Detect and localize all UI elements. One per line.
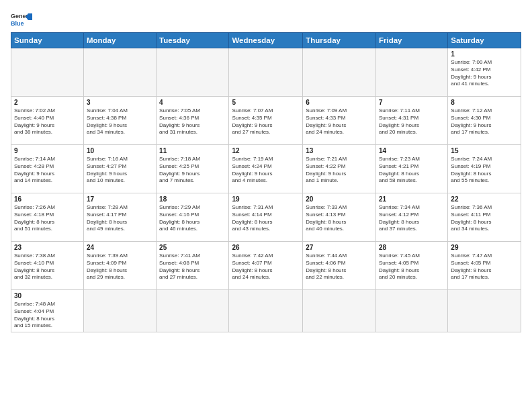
calendar-header-saturday: Saturday	[448, 33, 521, 48]
day-number: 7	[379, 99, 445, 106]
calendar-cell: 13Sunrise: 7:21 AM Sunset: 4:22 PM Dayli…	[303, 145, 376, 193]
calendar-cell: 29Sunrise: 7:47 AM Sunset: 4:05 PM Dayli…	[448, 242, 521, 290]
calendar-cell: 4Sunrise: 7:05 AM Sunset: 4:36 PM Daylig…	[157, 97, 229, 145]
calendar-week-row: 23Sunrise: 7:38 AM Sunset: 4:10 PM Dayli…	[11, 242, 521, 290]
day-info: Sunrise: 7:11 AM Sunset: 4:31 PM Dayligh…	[379, 107, 445, 136]
calendar-header-row: SundayMondayTuesdayWednesdayThursdayFrid…	[11, 33, 521, 48]
calendar-cell	[11, 48, 84, 97]
day-info: Sunrise: 7:48 AM Sunset: 4:04 PM Dayligh…	[14, 301, 81, 330]
day-number: 1	[451, 50, 518, 58]
calendar-cell: 14Sunrise: 7:23 AM Sunset: 4:21 PM Dayli…	[375, 145, 447, 193]
day-info: Sunrise: 7:28 AM Sunset: 4:17 PM Dayligh…	[87, 204, 153, 233]
calendar-cell: 19Sunrise: 7:31 AM Sunset: 4:14 PM Dayli…	[229, 193, 303, 242]
calendar-cell: 12Sunrise: 7:19 AM Sunset: 4:24 PM Dayli…	[229, 145, 303, 193]
day-info: Sunrise: 7:41 AM Sunset: 4:08 PM Dayligh…	[159, 253, 226, 281]
day-info: Sunrise: 7:29 AM Sunset: 4:16 PM Dayligh…	[159, 204, 226, 233]
calendar-cell: 17Sunrise: 7:28 AM Sunset: 4:17 PM Dayli…	[83, 193, 156, 242]
calendar-header-thursday: Thursday	[303, 33, 376, 48]
day-number: 18	[159, 195, 226, 203]
day-number: 26	[232, 244, 300, 251]
day-info: Sunrise: 7:16 AM Sunset: 4:27 PM Dayligh…	[87, 156, 153, 185]
day-number: 22	[451, 195, 518, 203]
day-info: Sunrise: 7:36 AM Sunset: 4:11 PM Dayligh…	[451, 204, 518, 233]
day-info: Sunrise: 7:00 AM Sunset: 4:42 PM Dayligh…	[451, 59, 518, 88]
day-number: 23	[14, 244, 81, 251]
calendar-header-tuesday: Tuesday	[157, 33, 229, 48]
day-info: Sunrise: 7:04 AM Sunset: 4:38 PM Dayligh…	[87, 107, 153, 136]
calendar-cell: 5Sunrise: 7:07 AM Sunset: 4:35 PM Daylig…	[229, 97, 303, 145]
calendar-cell: 16Sunrise: 7:26 AM Sunset: 4:18 PM Dayli…	[11, 193, 84, 242]
calendar-cell: 11Sunrise: 7:18 AM Sunset: 4:25 PM Dayli…	[157, 145, 229, 193]
calendar-cell: 1Sunrise: 7:00 AM Sunset: 4:42 PM Daylig…	[448, 48, 521, 97]
day-number: 25	[159, 244, 226, 251]
day-number: 20	[306, 195, 373, 203]
day-number: 29	[451, 244, 518, 251]
day-number: 2	[14, 99, 81, 106]
day-info: Sunrise: 7:07 AM Sunset: 4:35 PM Dayligh…	[232, 107, 300, 136]
day-info: Sunrise: 7:26 AM Sunset: 4:18 PM Dayligh…	[14, 204, 81, 233]
day-info: Sunrise: 7:09 AM Sunset: 4:33 PM Dayligh…	[306, 107, 373, 136]
calendar-week-row: 16Sunrise: 7:26 AM Sunset: 4:18 PM Dayli…	[11, 193, 521, 242]
calendar-cell	[83, 48, 156, 97]
day-info: Sunrise: 7:19 AM Sunset: 4:24 PM Dayligh…	[232, 156, 300, 185]
calendar-cell: 2Sunrise: 7:02 AM Sunset: 4:40 PM Daylig…	[11, 97, 84, 145]
day-number: 8	[451, 99, 518, 106]
day-info: Sunrise: 7:31 AM Sunset: 4:14 PM Dayligh…	[232, 204, 300, 233]
day-number: 14	[379, 147, 445, 154]
day-number: 19	[232, 195, 300, 203]
day-number: 12	[232, 147, 300, 154]
calendar-header-wednesday: Wednesday	[229, 33, 303, 48]
day-info: Sunrise: 7:44 AM Sunset: 4:06 PM Dayligh…	[306, 253, 373, 281]
day-number: 21	[379, 195, 445, 203]
calendar-table: SundayMondayTuesdayWednesdayThursdayFrid…	[11, 32, 521, 332]
calendar-cell	[157, 290, 229, 332]
day-info: Sunrise: 7:02 AM Sunset: 4:40 PM Dayligh…	[14, 107, 81, 136]
calendar-cell	[229, 290, 303, 332]
calendar-cell	[448, 290, 521, 332]
calendar-cell: 10Sunrise: 7:16 AM Sunset: 4:27 PM Dayli…	[83, 145, 156, 193]
calendar-cell	[303, 290, 376, 332]
calendar-cell: 15Sunrise: 7:24 AM Sunset: 4:19 PM Dayli…	[448, 145, 521, 193]
day-info: Sunrise: 7:18 AM Sunset: 4:25 PM Dayligh…	[159, 156, 226, 185]
calendar-cell: 21Sunrise: 7:34 AM Sunset: 4:12 PM Dayli…	[375, 193, 447, 242]
day-number: 4	[159, 99, 226, 106]
page: General Blue SundayMondayTuesdayWednesda…	[0, 0, 532, 411]
day-number: 16	[14, 195, 81, 203]
day-number: 15	[451, 147, 518, 154]
day-info: Sunrise: 7:21 AM Sunset: 4:22 PM Dayligh…	[306, 156, 373, 185]
calendar-cell: 23Sunrise: 7:38 AM Sunset: 4:10 PM Dayli…	[11, 242, 84, 290]
day-number: 3	[87, 99, 153, 106]
day-number: 27	[306, 244, 373, 251]
calendar-cell	[303, 48, 376, 97]
day-info: Sunrise: 7:39 AM Sunset: 4:09 PM Dayligh…	[87, 253, 153, 281]
calendar-cell: 27Sunrise: 7:44 AM Sunset: 4:06 PM Dayli…	[303, 242, 376, 290]
calendar-cell: 20Sunrise: 7:33 AM Sunset: 4:13 PM Dayli…	[303, 193, 376, 242]
day-info: Sunrise: 7:14 AM Sunset: 4:28 PM Dayligh…	[14, 156, 81, 185]
day-info: Sunrise: 7:38 AM Sunset: 4:10 PM Dayligh…	[14, 253, 81, 281]
calendar-cell	[83, 290, 156, 332]
day-info: Sunrise: 7:12 AM Sunset: 4:30 PM Dayligh…	[451, 107, 518, 136]
day-info: Sunrise: 7:47 AM Sunset: 4:05 PM Dayligh…	[451, 253, 518, 281]
day-number: 9	[14, 147, 81, 154]
day-number: 5	[232, 99, 300, 106]
calendar-week-row: 1Sunrise: 7:00 AM Sunset: 4:42 PM Daylig…	[11, 48, 521, 97]
day-number: 10	[87, 147, 153, 154]
day-info: Sunrise: 7:23 AM Sunset: 4:21 PM Dayligh…	[379, 156, 445, 185]
day-info: Sunrise: 7:33 AM Sunset: 4:13 PM Dayligh…	[306, 204, 373, 233]
calendar-cell: 26Sunrise: 7:42 AM Sunset: 4:07 PM Dayli…	[229, 242, 303, 290]
calendar-header-friday: Friday	[375, 33, 447, 48]
generalblue-logo-icon: General Blue	[11, 11, 32, 28]
day-number: 13	[306, 147, 373, 154]
calendar-week-row: 9Sunrise: 7:14 AM Sunset: 4:28 PM Daylig…	[11, 145, 521, 193]
svg-text:Blue: Blue	[11, 20, 24, 27]
calendar-cell	[229, 48, 303, 97]
day-info: Sunrise: 7:34 AM Sunset: 4:12 PM Dayligh…	[379, 204, 445, 233]
day-number: 6	[306, 99, 373, 106]
calendar-cell: 28Sunrise: 7:45 AM Sunset: 4:05 PM Dayli…	[375, 242, 447, 290]
calendar-header-sunday: Sunday	[11, 33, 84, 48]
day-info: Sunrise: 7:42 AM Sunset: 4:07 PM Dayligh…	[232, 253, 300, 281]
day-info: Sunrise: 7:24 AM Sunset: 4:19 PM Dayligh…	[451, 156, 518, 185]
calendar-header-monday: Monday	[83, 33, 156, 48]
calendar-cell: 6Sunrise: 7:09 AM Sunset: 4:33 PM Daylig…	[303, 97, 376, 145]
day-info: Sunrise: 7:45 AM Sunset: 4:05 PM Dayligh…	[379, 253, 445, 281]
